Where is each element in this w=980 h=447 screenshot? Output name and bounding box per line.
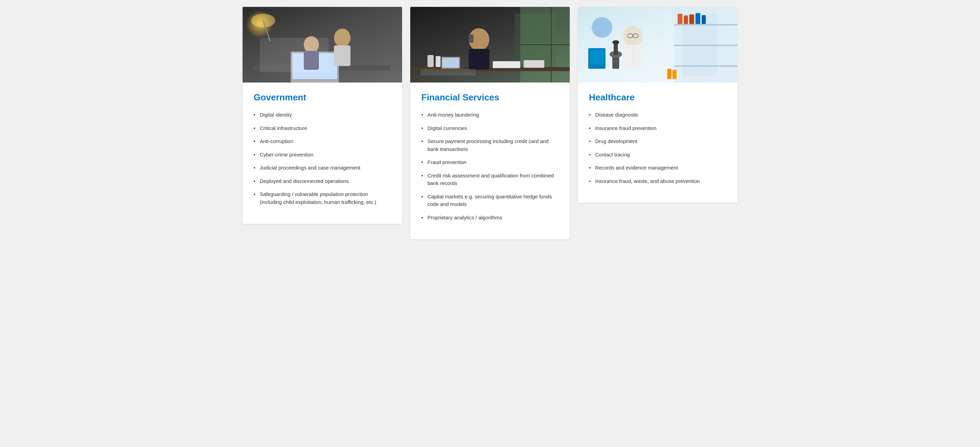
svg-rect-28 [689, 14, 694, 24]
svg-rect-19 [442, 58, 459, 68]
svg-rect-6 [304, 51, 319, 70]
svg-rect-42 [590, 50, 604, 64]
card-healthcare: HealthcareDisease diagnosticInsurance fr… [578, 7, 737, 203]
list-item: Disease diagnostic [589, 111, 726, 119]
list-item: Proprietary analytics / algorithms [421, 214, 559, 222]
list-item: Credit risk assessment and qualification… [421, 172, 559, 187]
svg-rect-26 [678, 14, 682, 24]
government-body: GovernmentDigital identityCritical infra… [243, 83, 402, 224]
svg-rect-33 [614, 43, 618, 55]
list-item: Contact tracing [589, 151, 726, 159]
card-government: GovernmentDigital identityCritical infra… [243, 7, 402, 224]
healthcare-list: Disease diagnosticInsurance fraud preven… [589, 111, 726, 185]
government-scene [243, 7, 402, 83]
svg-rect-29 [695, 13, 700, 24]
list-item: Secure payment processing including cred… [421, 137, 559, 153]
svg-rect-12 [410, 67, 570, 71]
list-item: Safeguarding / vulnerable population pro… [254, 190, 391, 206]
svg-rect-21 [436, 56, 441, 67]
svg-rect-24 [674, 45, 737, 46]
svg-rect-14 [469, 49, 489, 69]
list-item: Insurance fraud prevention [589, 125, 726, 133]
svg-rect-25 [674, 65, 737, 67]
list-item: Deployed and disconnected operations [254, 177, 391, 185]
svg-rect-30 [702, 15, 706, 24]
government-list: Digital identityCritical infrastructureA… [254, 111, 391, 206]
svg-rect-44 [673, 70, 676, 79]
svg-rect-4 [293, 53, 337, 79]
financial-services-image [410, 7, 570, 83]
svg-rect-27 [684, 16, 688, 24]
svg-point-5 [304, 36, 319, 53]
list-item: Judicial proceedings and case management [254, 164, 391, 172]
list-item: Digital currencies [421, 125, 559, 133]
government-image [243, 7, 402, 83]
svg-rect-15 [469, 34, 474, 43]
healthcare-title: Healthcare [589, 92, 726, 103]
financial-services-title: Financial Services [421, 92, 559, 103]
svg-rect-20 [428, 55, 434, 67]
svg-point-34 [612, 40, 619, 44]
card-financial-services: Financial ServicesAnti-money launderingD… [410, 7, 570, 239]
list-item: Insurance fraud, waste, and abuse preven… [589, 177, 726, 185]
list-item: Fraud prevention [421, 158, 559, 166]
list-item: Anti-money laundering [421, 111, 559, 119]
financial-services-list: Anti-money launderingDigital currenciesS… [421, 111, 559, 222]
svg-rect-43 [667, 69, 671, 79]
list-item: Drug development [589, 137, 726, 145]
svg-rect-8 [334, 45, 350, 66]
healthcare-body: HealthcareDisease diagnosticInsurance fr… [578, 83, 737, 203]
svg-point-7 [334, 29, 350, 47]
healthcare-scene [578, 7, 737, 83]
svg-rect-16 [493, 61, 520, 68]
list-item: Critical infrastructure [254, 125, 391, 133]
list-item: Cyber-crime prevention [254, 151, 391, 159]
list-item: Anti-corruption [254, 137, 391, 145]
svg-rect-17 [524, 60, 544, 68]
list-item: Records and evidence management [589, 164, 726, 172]
cards-container: GovernmentDigital identityCritical infra… [243, 7, 737, 239]
healthcare-image [578, 7, 737, 83]
government-title: Government [254, 92, 391, 103]
financial-services-scene [410, 7, 570, 83]
svg-rect-23 [674, 24, 737, 26]
financial-services-body: Financial ServicesAnti-money launderingD… [410, 83, 570, 239]
list-item: Capital markets e.g. securing quantitati… [421, 193, 559, 208]
svg-rect-2 [253, 65, 390, 70]
list-item: Digital identity [254, 111, 391, 119]
